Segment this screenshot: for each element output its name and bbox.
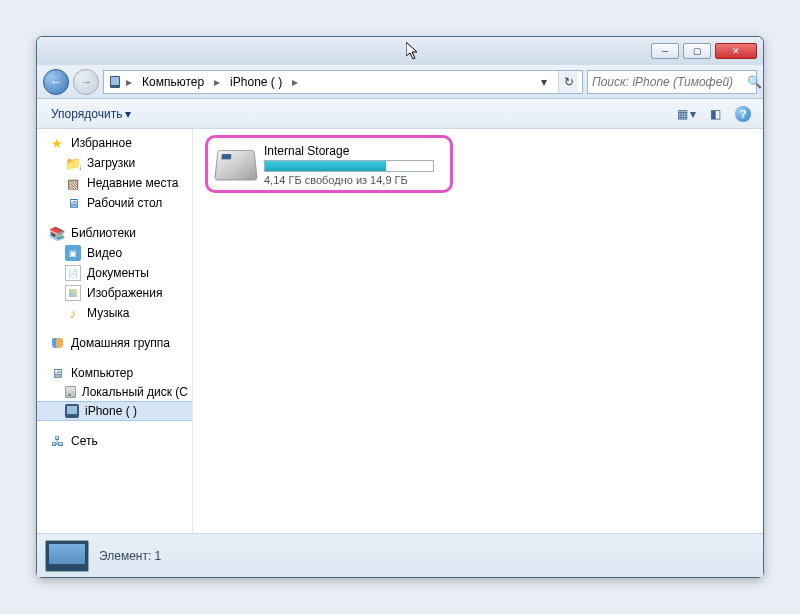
sidebar-item-iphone[interactable]: iPhone ( ) xyxy=(37,401,192,421)
sidebar-item-documents[interactable]: 📄 Документы xyxy=(37,263,192,283)
sidebar-item-images[interactable]: Изображения xyxy=(37,283,192,303)
phone-icon xyxy=(108,75,122,89)
sidebar: ★ Избранное 📁 Загрузки ▧ Недавние места … xyxy=(37,129,193,533)
sidebar-item-label: iPhone ( ) xyxy=(85,404,137,418)
sidebar-item-downloads[interactable]: 📁 Загрузки xyxy=(37,153,192,173)
preview-pane-button[interactable]: ◧ xyxy=(706,105,725,123)
storage-bar xyxy=(264,160,434,172)
address-dropdown[interactable]: ▾ xyxy=(534,75,554,89)
star-icon: ★ xyxy=(49,135,65,151)
chevron-right-icon: ▸ xyxy=(214,75,220,89)
status-bar: Элемент: 1 xyxy=(37,533,763,577)
favorites-label: Избранное xyxy=(71,136,132,150)
sidebar-item-label: Загрузки xyxy=(87,156,135,170)
status-text: Элемент: 1 xyxy=(99,549,161,563)
status-thumbnail-icon xyxy=(45,540,89,572)
sidebar-item-music[interactable]: ♪ Музыка xyxy=(37,303,192,323)
search-icon: 🔍 xyxy=(747,75,762,89)
recent-icon: ▧ xyxy=(65,175,81,191)
titlebar[interactable]: ─ ▢ ✕ xyxy=(37,37,763,65)
sidebar-item-localdisk[interactable]: Локальный диск (C xyxy=(37,383,192,401)
homegroup-label: Домашняя группа xyxy=(71,336,170,350)
sidebar-head-network[interactable]: 🖧 Сеть xyxy=(37,431,192,451)
refresh-button[interactable]: ↻ xyxy=(558,71,578,93)
help-button[interactable]: ? xyxy=(731,104,755,124)
search-input[interactable] xyxy=(592,75,743,89)
arrow-right-icon: → xyxy=(80,75,92,89)
sidebar-item-label: Видео xyxy=(87,246,122,260)
storage-info: Internal Storage 4,14 ГБ свободно из 14,… xyxy=(264,144,442,186)
chevron-right-icon: ▸ xyxy=(292,75,298,89)
music-icon: ♪ xyxy=(65,305,81,321)
sidebar-item-label: Документы xyxy=(87,266,149,280)
sidebar-head-favorites[interactable]: ★ Избранное xyxy=(37,133,192,153)
sidebar-item-label: Музыка xyxy=(87,306,129,320)
storage-icon xyxy=(214,150,258,181)
back-button[interactable]: ← xyxy=(43,69,69,95)
folder-download-icon: 📁 xyxy=(65,155,81,171)
sidebar-item-label: Рабочий стол xyxy=(87,196,162,210)
libraries-label: Библиотеки xyxy=(71,226,136,240)
sidebar-item-video[interactable]: ▣ Видео xyxy=(37,243,192,263)
body: ★ Избранное 📁 Загрузки ▧ Недавние места … xyxy=(37,129,763,533)
pane-icon: ◧ xyxy=(710,107,721,121)
network-icon: 🖧 xyxy=(49,433,65,449)
breadcrumb-computer[interactable]: Компьютер xyxy=(136,73,210,91)
sidebar-item-label: Изображения xyxy=(87,286,162,300)
video-icon: ▣ xyxy=(65,245,81,261)
maximize-button[interactable]: ▢ xyxy=(683,43,711,59)
organize-label: Упорядочить xyxy=(51,107,122,121)
explorer-window: ─ ▢ ✕ ← → ▸ Компьютер ▸ iPhone ( ) ▸ ▾ ↻ xyxy=(36,36,764,578)
internal-storage-item[interactable]: Internal Storage 4,14 ГБ свободно из 14,… xyxy=(205,135,453,193)
help-icon: ? xyxy=(735,106,751,122)
address-bar[interactable]: ▸ Компьютер ▸ iPhone ( ) ▸ ▾ ↻ xyxy=(103,70,583,94)
computer-icon: 🖥 xyxy=(49,365,65,381)
chevron-right-icon: ▸ xyxy=(126,75,132,89)
sidebar-head-libraries[interactable]: 📚 Библиотеки xyxy=(37,223,192,243)
sidebar-head-computer[interactable]: 🖥 Компьютер xyxy=(37,363,192,383)
document-icon: 📄 xyxy=(65,265,81,281)
phone-icon xyxy=(65,404,79,418)
chevron-down-icon: ▾ xyxy=(690,107,696,121)
close-button[interactable]: ✕ xyxy=(715,43,757,59)
breadcrumb-iphone[interactable]: iPhone ( ) xyxy=(224,73,288,91)
storage-title: Internal Storage xyxy=(264,144,442,158)
sidebar-item-label: Недавние места xyxy=(87,176,178,190)
svg-rect-1 xyxy=(111,77,119,85)
homegroup-icon xyxy=(49,335,65,351)
sidebar-head-homegroup[interactable]: Домашняя группа xyxy=(37,333,192,353)
storage-subtitle: 4,14 ГБ свободно из 14,9 ГБ xyxy=(264,174,442,186)
chevron-down-icon: ▾ xyxy=(125,107,131,121)
organize-button[interactable]: Упорядочить ▾ xyxy=(45,104,137,124)
sidebar-item-desktop[interactable]: 🖥 Рабочий стол xyxy=(37,193,192,213)
minimize-button[interactable]: ─ xyxy=(651,43,679,59)
arrow-left-icon: ← xyxy=(50,75,62,89)
sidebar-item-recent[interactable]: ▧ Недавние места xyxy=(37,173,192,193)
nav-bar: ← → ▸ Компьютер ▸ iPhone ( ) ▸ ▾ ↻ 🔍 xyxy=(37,65,763,99)
content-pane[interactable]: Internal Storage 4,14 ГБ свободно из 14,… xyxy=(193,129,763,533)
storage-fill xyxy=(265,161,386,171)
image-icon xyxy=(65,285,81,301)
search-box[interactable]: 🔍 xyxy=(587,70,757,94)
view-options-button[interactable]: ▦ ▾ xyxy=(673,105,700,123)
toolbar: Упорядочить ▾ ▦ ▾ ◧ ? xyxy=(37,99,763,129)
network-label: Сеть xyxy=(71,434,98,448)
view-icon: ▦ xyxy=(677,107,688,121)
drive-icon xyxy=(65,386,76,398)
computer-label: Компьютер xyxy=(71,366,133,380)
library-icon: 📚 xyxy=(49,225,65,241)
sidebar-item-label: Локальный диск (C xyxy=(82,385,188,399)
forward-button[interactable]: → xyxy=(73,69,99,95)
desktop-icon: 🖥 xyxy=(65,195,81,211)
